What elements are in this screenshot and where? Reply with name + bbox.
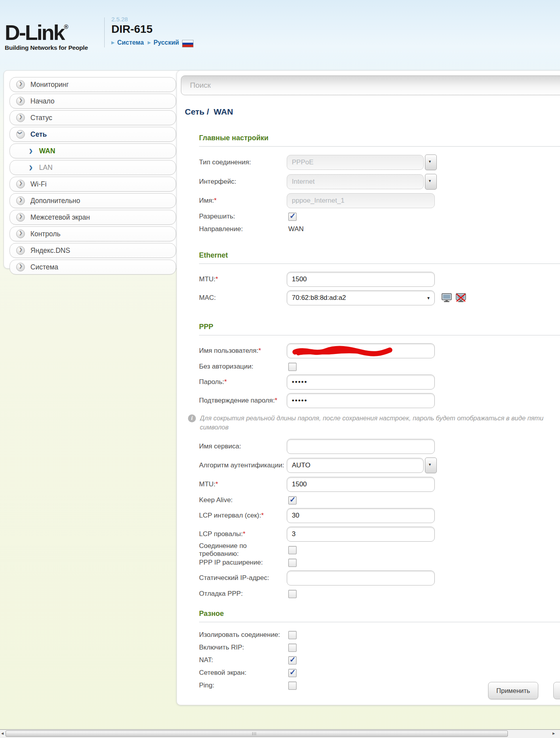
password-input[interactable]: •••••: [287, 375, 435, 390]
field-label: Разрешить:: [199, 213, 287, 220]
ping-checkbox[interactable]: [288, 682, 297, 690]
password-confirm-input[interactable]: •••••: [287, 393, 435, 408]
chevron-right-circle-icon: [16, 246, 25, 255]
ethernet-mtu-input[interactable]: 1500: [287, 272, 435, 287]
sidebar-item-start[interactable]: Начало: [9, 94, 176, 109]
sidebar-item-label: WAN: [39, 147, 55, 155]
checkmark-icon: ✓: [289, 668, 296, 677]
username-input[interactable]: [287, 343, 435, 358]
sidebar-item-system[interactable]: Система: [9, 260, 176, 275]
sidebar-item-lan[interactable]: ❯ LAN: [9, 160, 176, 175]
chevron-right-circle-icon: [16, 213, 25, 222]
connection-type-row: Тип соединения: PPPoE: [199, 154, 560, 170]
lcp-interval-input[interactable]: 30: [287, 508, 435, 523]
field-label: MTU:*: [199, 275, 287, 283]
ip-extension-checkbox[interactable]: [288, 559, 297, 567]
logo-word: D-Link: [5, 21, 64, 44]
scroll-left-arrow-icon[interactable]: ◀: [1, 732, 4, 735]
chevron-right-circle-icon: [16, 97, 25, 105]
section-heading: PPP: [199, 323, 560, 335]
dropdown-arrow-button[interactable]: [425, 174, 437, 190]
required-asterisk: *: [243, 530, 246, 538]
scrollbar-thumb[interactable]: [6, 730, 508, 737]
field-label: LCP интервал (сек):*: [199, 512, 287, 520]
username-row: Имя пользователя:*: [199, 343, 560, 358]
password-row: Пароль:* •••••: [199, 375, 560, 390]
static-ip-input[interactable]: [287, 570, 435, 586]
checkmark-icon: ✓: [289, 211, 296, 220]
connection-type-value[interactable]: PPPoE: [287, 155, 424, 170]
enable-checkbox[interactable]: ✓: [288, 213, 297, 221]
apply-button[interactable]: Применить: [488, 682, 538, 699]
name-row: Имя:* pppoe_Internet_1: [199, 193, 560, 208]
dropdown-arrow-button[interactable]: [425, 457, 437, 473]
interface-value[interactable]: Internet: [287, 174, 424, 189]
redacted-username-scribble: [289, 345, 396, 358]
nat-checkbox[interactable]: ✓: [288, 656, 297, 665]
auth-algorithm-row: Алгоритм аутентификации: AUTO: [199, 457, 560, 473]
no-auth-row: Без авторизации:: [199, 362, 560, 371]
firmware-version: 2.5.28: [111, 16, 194, 23]
required-asterisk: *: [275, 397, 278, 404]
firewall-checkbox[interactable]: ✓: [288, 669, 297, 677]
field-label: Подтверждение пароля:*: [199, 397, 287, 405]
section-misc: Разное Изолировать соединение: Включить …: [199, 610, 560, 690]
mac-combo-input[interactable]: 70:62:b8:8d:ad:a2▼: [287, 290, 435, 305]
service-name-input[interactable]: [287, 439, 435, 454]
header-divider: [104, 17, 105, 47]
ppp-debug-checkbox[interactable]: [288, 590, 297, 598]
field-label: Интерфейс:: [199, 178, 287, 186]
auth-algorithm-select: AUTO: [287, 457, 437, 473]
name-input[interactable]: pppoe_Internet_1: [287, 193, 435, 208]
field-label: Ping:: [199, 682, 287, 689]
field-label: Направление:: [199, 225, 287, 233]
mac-value: 70:62:b8:8d:ad:a2: [292, 294, 346, 302]
dropdown-arrow-icon[interactable]: ▼: [427, 296, 430, 300]
lcp-fails-input[interactable]: 3: [287, 527, 435, 542]
field-label: MTU:*: [199, 480, 287, 488]
chevron-right-circle-icon: [16, 230, 25, 238]
checkmark-icon: ✓: [289, 655, 296, 664]
sidebar-item-firewall[interactable]: Межсетевой экран: [9, 210, 176, 225]
field-label: PPP IP расширение:: [199, 559, 287, 567]
russian-flag-icon[interactable]: [182, 40, 194, 47]
device-model: DIR-615: [111, 23, 194, 35]
breadcrumb-system-link[interactable]: Система: [117, 39, 144, 46]
sidebar-item-monitoring[interactable]: Мониторинг: [9, 77, 176, 92]
cut-off-button[interactable]: [553, 682, 560, 699]
lcp-fails-row: LCP провалы:* 3: [199, 527, 560, 542]
label-text: Имя пользователя:: [199, 347, 258, 354]
dial-on-demand-checkbox[interactable]: [288, 546, 297, 554]
field-label: Отладка PPP:: [199, 590, 287, 598]
dial-on-demand-row: Соединение по требованию:: [199, 545, 560, 555]
sidebar-item-wifi[interactable]: Wi-Fi: [9, 177, 176, 192]
ethernet-mtu-row: MTU:* 1500: [199, 272, 560, 287]
required-asterisk: *: [261, 512, 264, 519]
sidebar-item-control[interactable]: Контроль: [9, 226, 176, 241]
rip-checkbox[interactable]: [288, 644, 297, 652]
keep-alive-checkbox[interactable]: ✓: [288, 496, 297, 505]
restore-mac-icon[interactable]: [455, 293, 466, 303]
sidebar-item-yandex-dns[interactable]: Яндекс.DNS: [9, 243, 176, 258]
clone-mac-icon[interactable]: [441, 293, 452, 303]
search-input[interactable]: [181, 76, 560, 95]
horizontal-scrollbar[interactable]: ◀ ▶: [0, 729, 560, 738]
auth-algorithm-value[interactable]: AUTO: [287, 458, 424, 473]
ppp-mtu-input[interactable]: 1500: [287, 477, 435, 492]
main-panel: Сеть / WAN Главные настройки Тип соедине…: [177, 70, 560, 705]
no-auth-checkbox[interactable]: [288, 363, 297, 371]
sidebar-item-network[interactable]: Сеть: [9, 127, 176, 142]
label-text: LCP провалы:: [199, 530, 243, 538]
field-label: Алгоритм аутентификации:: [199, 461, 287, 469]
sidebar-item-status[interactable]: Статус: [9, 110, 176, 125]
field-label: Имя пользователя:*: [199, 347, 287, 355]
breadcrumb-language-link[interactable]: Русский: [154, 39, 179, 46]
dropdown-arrow-button[interactable]: [425, 154, 437, 170]
required-asterisk: *: [258, 347, 261, 354]
isolate-checkbox[interactable]: [288, 631, 297, 639]
scroll-right-arrow-icon[interactable]: ▶: [552, 732, 555, 735]
field-label: Пароль:*: [199, 378, 287, 386]
sidebar-item-wan[interactable]: ❯ WAN: [9, 143, 176, 158]
sidebar-item-advanced[interactable]: Дополнительно: [9, 193, 176, 208]
keep-alive-row: Keep Alive: ✓: [199, 495, 560, 505]
